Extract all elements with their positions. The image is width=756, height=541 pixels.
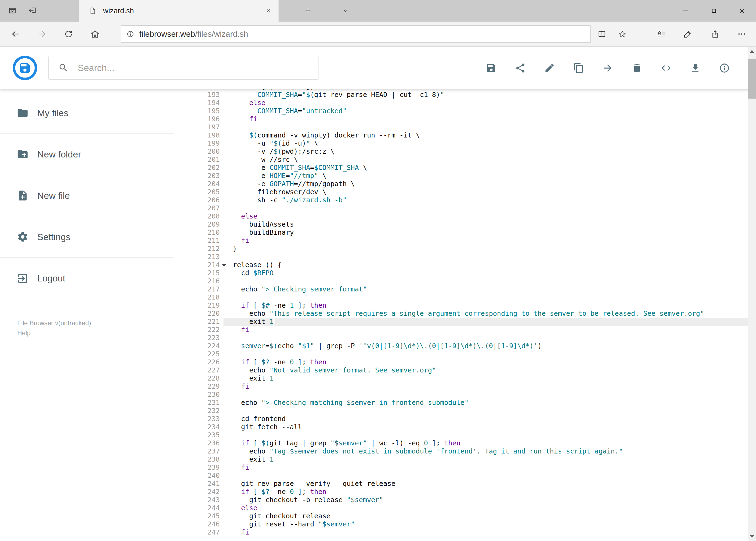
code-line-225[interactable]: 225 [173, 350, 756, 358]
hub-button[interactable] [654, 22, 669, 46]
code-line-215[interactable]: 215 cd $REPO [173, 269, 756, 277]
browser-tab[interactable]: wizard.sh [79, 0, 279, 22]
scrollbar-thumb[interactable] [748, 59, 756, 99]
forward-button[interactable] [35, 22, 50, 46]
tab-list-button[interactable] [340, 0, 352, 22]
share-button[interactable] [513, 60, 528, 76]
code-line-233[interactable]: 233 cd frontend [173, 415, 756, 423]
search-box[interactable] [48, 56, 319, 80]
minimize-button[interactable] [672, 0, 700, 22]
code-line-206[interactable]: 206 sh -c "./wizard.sh -b" [173, 196, 756, 204]
code-line-219[interactable]: 219 if [ $# -ne 1 ]; then [173, 301, 756, 309]
site-info-icon[interactable] [126, 30, 134, 38]
code-line-223[interactable]: 223 [173, 334, 756, 342]
scroll-up-arrow-icon[interactable] [750, 50, 754, 53]
code-line-226[interactable]: 226 if [ $? -ne 0 ]; then [173, 358, 756, 366]
download-button[interactable] [687, 60, 703, 76]
code-line-235[interactable]: 235 [173, 431, 756, 439]
code-line-230[interactable]: 230 [173, 390, 756, 399]
code-line-211[interactable]: 211 fi [173, 237, 756, 245]
code-line-234[interactable]: 234 git fetch --all [173, 423, 756, 431]
code-line-198[interactable]: 198 $(command -v winpty) docker run --rm… [173, 131, 756, 139]
code-line-243[interactable]: 243 git checkout -b release "$semver" [173, 496, 756, 504]
address-bar[interactable]: filebrowser.web/files/wizard.sh [121, 25, 591, 43]
code-line-199[interactable]: 199 -u "$(id -u)" \ [173, 139, 756, 148]
code-line-201[interactable]: 201 -w //src \ [173, 156, 756, 164]
sidebar-item-settings[interactable]: Settings [0, 216, 173, 258]
code-line-203[interactable]: 203 -e HOME="//tmp" \ [173, 172, 756, 180]
tab-preview-button[interactable] [8, 6, 17, 16]
search-input[interactable] [78, 63, 318, 73]
code-line-214[interactable]: 214release () { [173, 261, 756, 269]
back-button[interactable] [8, 22, 23, 46]
fold-arrow-icon[interactable] [222, 264, 226, 267]
sidebar-item-logout[interactable]: Logout [0, 258, 173, 299]
filebrowser-logo[interactable] [12, 55, 38, 81]
code-line-200[interactable]: 200 -v /$(pwd):/src:z \ [173, 148, 756, 156]
code-line-197[interactable]: 197 [173, 123, 756, 131]
code-line-209[interactable]: 209 buildAssets [173, 221, 756, 229]
code-line-228[interactable]: 228 exit 1 [173, 374, 756, 382]
rename-button[interactable] [542, 60, 557, 76]
tab-close-button[interactable] [266, 7, 272, 14]
code-line-246[interactable]: 246 git reset --hard "$semver" [173, 520, 756, 528]
code-line-247[interactable]: 247 fi [173, 528, 756, 536]
code-line-212[interactable]: 212} [173, 245, 756, 253]
save-button[interactable] [483, 60, 499, 76]
code-line-240[interactable]: 240 [173, 472, 756, 480]
code-line-208[interactable]: 208 else [173, 212, 756, 221]
code-line-196[interactable]: 196 fi [173, 115, 756, 123]
code-line-227[interactable]: 227 echo "Not valid semver format. See s… [173, 366, 756, 374]
sidebar-item-new-folder[interactable]: New folder [0, 134, 173, 175]
code-line-238[interactable]: 238 exit 1 [173, 455, 756, 463]
code-editor[interactable]: 192 if [ $? -eq 0 ]; then193 COMMIT_SHA=… [173, 89, 756, 541]
code-line-232[interactable]: 232 [173, 407, 756, 415]
code-line-222[interactable]: 222 fi [173, 326, 756, 334]
code-line-239[interactable]: 239 fi [173, 463, 756, 472]
code-line-204[interactable]: 204 -e GOPATH=//tmp/gopath \ [173, 180, 756, 188]
code-line-245[interactable]: 245 git checkout release [173, 512, 756, 520]
delete-button[interactable] [629, 60, 645, 76]
share-page-button[interactable] [708, 22, 723, 46]
code-line-242[interactable]: 242 if [ $? -ne 0 ]; then [173, 488, 756, 496]
code-line-205[interactable]: 205 filebrowser/dev \ [173, 188, 756, 196]
scroll-down-arrow-icon[interactable] [750, 535, 754, 538]
code-line-207[interactable]: 207 [173, 204, 756, 212]
annotate-button[interactable] [680, 22, 695, 46]
code-line-193[interactable]: 193 COMMIT_SHA="$(git rev-parse HEAD | c… [173, 91, 756, 99]
code-line-202[interactable]: 202 -e COMMIT_SHA=$COMMIT_SHA \ [173, 164, 756, 172]
favorite-star-button[interactable] [615, 22, 630, 46]
new-tab-button[interactable] [302, 0, 314, 22]
sidebar-item-my-files[interactable]: My files [0, 92, 173, 134]
editor-toggle-button[interactable] [658, 60, 674, 76]
code-line-195[interactable]: 195 COMMIT_SHA="untracked" [173, 107, 756, 115]
code-line-244[interactable]: 244 else [173, 504, 756, 512]
code-line-216[interactable]: 216 [173, 277, 756, 285]
code-line-236[interactable]: 236 if [ $(git tag | grep "$semver" | wc… [173, 439, 756, 447]
code-line-194[interactable]: 194 else [173, 99, 756, 107]
sidebar-item-new-file[interactable]: New file [0, 175, 173, 216]
maximize-button[interactable] [700, 0, 728, 22]
close-window-button[interactable] [728, 0, 756, 22]
home-button[interactable] [88, 22, 103, 46]
code-line-218[interactable]: 218 [173, 293, 756, 301]
refresh-button[interactable] [61, 22, 76, 46]
browser-menu-button[interactable] [734, 22, 749, 46]
code-line-217[interactable]: 217 echo "> Checking semver format" [173, 285, 756, 293]
code-line-221[interactable]: 221 exit 1 [173, 317, 756, 326]
code-line-241[interactable]: 241 git rev-parse --verify --quiet relea… [173, 480, 756, 488]
page-scrollbar[interactable] [748, 47, 756, 541]
info-button[interactable] [717, 60, 732, 76]
code-line-229[interactable]: 229 fi [173, 382, 756, 390]
code-line-224[interactable]: 224 semver=$(echo "$1" | grep -P '^v(0|[… [173, 342, 756, 350]
move-button[interactable] [600, 60, 616, 76]
code-line-210[interactable]: 210 buildBinary [173, 229, 756, 237]
set-tabs-aside-button[interactable] [28, 6, 37, 16]
code-line-237[interactable]: 237 echo "Tag $semver does not exist in … [173, 447, 756, 455]
code-line-213[interactable]: 213 [173, 253, 756, 261]
help-link[interactable]: Help [17, 328, 173, 338]
reading-view-button[interactable] [594, 22, 610, 46]
code-line-220[interactable]: 220 echo "This release script requires a… [173, 309, 756, 317]
code-line-231[interactable]: 231 echo "> Checking matching $semver in… [173, 399, 756, 407]
copy-button[interactable] [571, 60, 587, 76]
